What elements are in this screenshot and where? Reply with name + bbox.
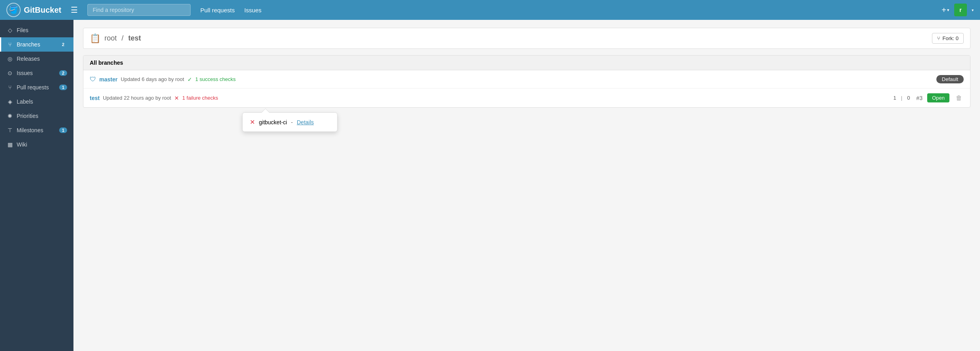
repo-name-link[interactable]: test bbox=[128, 34, 141, 42]
sidebar-item-priorities[interactable]: ✺ Priorities bbox=[0, 109, 73, 123]
sidebar: ◇ Files ⑂ Branches 2 ◎ Releases ⊙ Issues… bbox=[0, 20, 73, 351]
header-right: + ▾ r ▾ bbox=[941, 4, 974, 16]
sidebar-badge-issues: 2 bbox=[59, 70, 67, 76]
add-button[interactable]: + ▾ bbox=[941, 6, 949, 15]
priorities-icon: ✺ bbox=[6, 113, 14, 119]
main-content: 📋 root / test ⑂ Fork: 0 All branches 🛡 m… bbox=[73, 20, 980, 351]
brand-link[interactable]: 🪣 GitBucket bbox=[6, 3, 61, 17]
brand-icon: 🪣 bbox=[6, 3, 21, 17]
sidebar-badge-milestones: 1 bbox=[59, 127, 67, 133]
pull-requests-icon: ⑂ bbox=[6, 84, 14, 91]
branch-meta-test: Updated 22 hours ago by root bbox=[103, 95, 171, 101]
check-failure-icon: ✕ bbox=[174, 95, 179, 101]
tooltip-ci-name: gitbucket-ci bbox=[259, 119, 287, 125]
wiki-icon: ▦ bbox=[6, 141, 14, 148]
header-nav: Pull requests Issues bbox=[200, 7, 261, 14]
shield-icon: 🛡 bbox=[90, 76, 96, 83]
branch-meta-master: Updated 6 days ago by root bbox=[121, 76, 184, 82]
tooltip-separator: - bbox=[291, 119, 293, 125]
brand-name: GitBucket bbox=[24, 6, 61, 15]
checks-tooltip: ✕ gitbucket-ci - Details bbox=[242, 112, 338, 132]
repo-icon: 📋 bbox=[90, 33, 100, 44]
sidebar-item-branches[interactable]: ⑂ Branches 2 bbox=[0, 37, 73, 52]
repo-separator: / bbox=[122, 34, 123, 42]
check-success-icon: ✓ bbox=[187, 76, 192, 83]
sidebar-item-label: Priorities bbox=[17, 113, 38, 119]
repo-owner-link[interactable]: root bbox=[104, 34, 117, 42]
sidebar-item-label: Pull requests bbox=[17, 84, 49, 91]
page-wrapper: ◇ Files ⑂ Branches 2 ◎ Releases ⊙ Issues… bbox=[0, 0, 980, 351]
fork-button[interactable]: ⑂ Fork: 0 bbox=[932, 33, 964, 44]
sidebar-badge-branches: 2 bbox=[59, 42, 67, 47]
tooltip-failure-icon: ✕ bbox=[250, 118, 255, 126]
sidebar-item-pull-requests[interactable]: ⑂ Pull requests 1 bbox=[0, 80, 73, 94]
open-pr-button[interactable]: Open bbox=[927, 93, 949, 102]
sidebar-item-issues[interactable]: ⊙ Issues 2 bbox=[0, 66, 73, 80]
branches-title: All branches bbox=[90, 60, 123, 66]
branches-icon: ⑂ bbox=[6, 41, 14, 48]
ahead-count: 1 bbox=[892, 95, 898, 101]
pr-number: #3 bbox=[916, 95, 923, 101]
sidebar-item-files[interactable]: ◇ Files bbox=[0, 23, 73, 37]
fork-icon: ⑂ bbox=[937, 35, 940, 41]
sidebar-item-label: Files bbox=[17, 27, 29, 33]
branch-name-master[interactable]: master bbox=[99, 76, 118, 83]
files-icon: ◇ bbox=[6, 27, 14, 33]
repo-title: 📋 root / test bbox=[90, 33, 141, 44]
avatar-caret[interactable]: ▾ bbox=[972, 8, 974, 12]
default-badge: Default bbox=[936, 75, 964, 83]
milestones-icon: ⊤ bbox=[6, 127, 14, 133]
branch-name-test[interactable]: test bbox=[90, 95, 100, 101]
issues-icon: ⊙ bbox=[6, 70, 14, 76]
sidebar-item-label: Milestones bbox=[17, 127, 43, 133]
failure-checks-link[interactable]: 1 failure checks bbox=[182, 95, 218, 101]
branch-row-test: test Updated 22 hours ago by root ✕ 1 fa… bbox=[83, 89, 970, 107]
branches-header: All branches bbox=[83, 56, 970, 70]
sidebar-item-label: Issues bbox=[17, 70, 33, 76]
delete-branch-button[interactable]: 🗑 bbox=[954, 94, 964, 102]
sidebar-item-label: Branches bbox=[17, 41, 40, 48]
sidebar-item-releases[interactable]: ◎ Releases bbox=[0, 52, 73, 66]
branch-row-master: 🛡 master Updated 6 days ago by root ✓ 1 … bbox=[83, 70, 970, 89]
hamburger-button[interactable]: ☰ bbox=[68, 4, 81, 16]
fork-label: Fork: 0 bbox=[943, 35, 959, 41]
labels-icon: ◈ bbox=[6, 98, 14, 105]
repo-header: 📋 root / test ⑂ Fork: 0 bbox=[83, 28, 970, 49]
sidebar-item-label: Labels bbox=[17, 98, 33, 105]
header: 🪣 GitBucket ☰ Pull requests Issues + ▾ r… bbox=[0, 0, 980, 20]
sidebar-item-label: Wiki bbox=[17, 141, 27, 148]
branch-numbers: 1 | 0 bbox=[892, 95, 912, 101]
branch-right: 1 | 0 #3 Open 🗑 bbox=[892, 93, 964, 102]
behind-count: 0 bbox=[905, 95, 911, 101]
tooltip-details-link[interactable]: Details bbox=[297, 119, 314, 125]
sidebar-item-milestones[interactable]: ⊤ Milestones 1 bbox=[0, 123, 73, 137]
search-input[interactable] bbox=[87, 4, 191, 16]
sidebar-badge-pull-requests: 1 bbox=[59, 85, 67, 90]
nav-pull-requests[interactable]: Pull requests bbox=[200, 7, 235, 14]
avatar[interactable]: r bbox=[954, 4, 967, 16]
sidebar-item-label: Releases bbox=[17, 56, 40, 62]
branches-section: All branches 🛡 master Updated 6 days ago… bbox=[83, 55, 970, 108]
nav-issues[interactable]: Issues bbox=[244, 7, 261, 14]
sidebar-item-wiki[interactable]: ▦ Wiki bbox=[0, 137, 73, 152]
releases-icon: ◎ bbox=[6, 56, 14, 62]
sidebar-item-labels[interactable]: ◈ Labels bbox=[0, 94, 73, 109]
success-checks-link[interactable]: 1 success checks bbox=[195, 76, 236, 82]
